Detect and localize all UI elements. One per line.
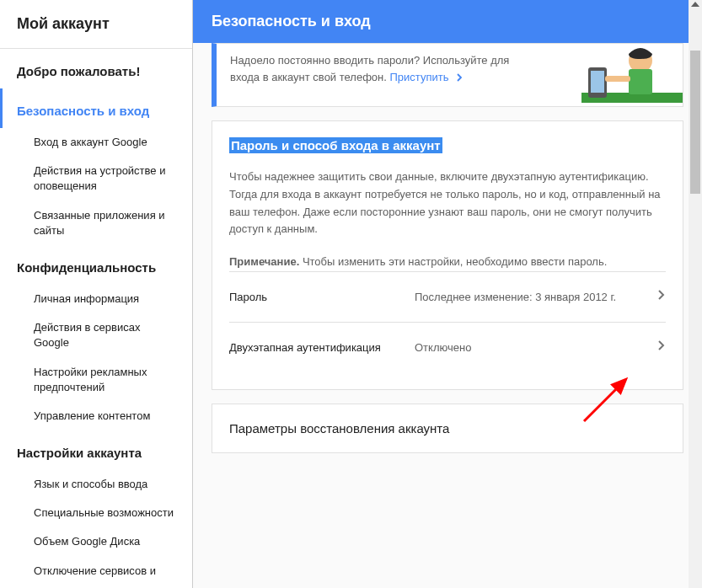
sidebar-item-language[interactable]: Язык и способы ввода (0, 470, 192, 499)
recovery-card: Параметры восстановления аккаунта (212, 404, 683, 453)
sidebar-item-accessibility[interactable]: Специальные возможности (0, 499, 192, 527)
card-title: Пароль и способ входа в аккаунт (229, 137, 442, 153)
recovery-title: Параметры восстановления аккаунта (229, 421, 666, 436)
chevron-right-icon (457, 73, 464, 82)
scrollbar-thumb[interactable] (690, 51, 700, 194)
card-note-text: Чтобы изменить эти настройки, необходимо… (299, 255, 607, 268)
sidebar-item-google-signin[interactable]: Вход в аккаунт Google (0, 128, 192, 157)
scrollbar[interactable] (689, 0, 702, 588)
sidebar-title: Мой аккаунт (0, 0, 192, 49)
setting-label-2fa: Двухэтапная аутентификация (229, 341, 415, 354)
sidebar: Мой аккаунт Добро пожаловать! Безопаснос… (0, 0, 193, 588)
sidebar-item-content-control[interactable]: Управление контентом (0, 402, 192, 430)
setting-row-password[interactable]: Пароль Последнее изменение: 3 января 201… (229, 271, 666, 322)
setting-label-password: Пароль (229, 291, 415, 303)
sidebar-section-account: Настройки аккаунта Язык и способы ввода … (0, 430, 192, 585)
svg-rect-2 (629, 69, 652, 94)
setting-value-2fa: Отключено (415, 341, 666, 354)
setting-row-2fa[interactable]: Двухэтапная аутентификация Отключено (229, 322, 666, 372)
sidebar-item-personal-info[interactable]: Личная информация (0, 285, 192, 313)
sidebar-item-connected-apps[interactable]: Связанные приложения и сайты (0, 201, 192, 245)
sidebar-item-google-activity[interactable]: Действия в сервисах Google (0, 313, 192, 357)
sidebar-heading-security[interactable]: Безопасность и вход (0, 88, 192, 128)
sidebar-item-device-activity[interactable]: Действия на устройстве и оповещения (0, 157, 192, 200)
sidebar-section-privacy: Конфиденциальность Личная информация Дей… (0, 245, 192, 430)
promo-link[interactable]: Приступить (389, 71, 448, 83)
main-content-area: Безопасность и вход Надоело постоянно вв… (193, 0, 702, 588)
setting-value-password: Последнее изменение: 3 января 2012 г. (415, 291, 666, 303)
chevron-right-icon (657, 289, 666, 304)
card-note-label: Примечание. (229, 255, 299, 268)
password-signin-card: Пароль и способ входа в аккаунт Чтобы на… (212, 120, 683, 390)
promo-illustration (581, 44, 683, 106)
scroll-up-icon[interactable] (691, 2, 699, 7)
sidebar-item-disable-services[interactable]: Отключение сервисов и (0, 557, 192, 585)
promo-text-line1: Надоело постоянно вводить пароли? Исполь… (230, 54, 509, 67)
sidebar-item-drive-storage[interactable]: Объем Google Диска (0, 527, 192, 556)
sidebar-heading-account[interactable]: Настройки аккаунта (0, 430, 192, 470)
main-content: Надоело постоянно вводить пароли? Исполь… (193, 43, 702, 453)
sidebar-section-welcome: Добро пожаловать! (0, 49, 192, 88)
page-title: Безопасность и вход (193, 0, 702, 43)
promo-text-line2: входа в аккаунт свой телефон. (230, 71, 389, 83)
sidebar-section-security: Безопасность и вход Вход в аккаунт Googl… (0, 88, 192, 245)
card-description: Чтобы надежнее защитить свои данные, вкл… (229, 168, 666, 238)
svg-rect-4 (591, 71, 604, 93)
sidebar-heading-privacy[interactable]: Конфиденциальность (0, 245, 192, 285)
svg-rect-5 (605, 76, 630, 82)
sidebar-item-ad-settings[interactable]: Настройки рекламных предпочтений (0, 358, 192, 402)
chevron-right-icon (657, 339, 666, 355)
sidebar-heading-welcome[interactable]: Добро пожаловать! (0, 49, 192, 88)
card-note: Примечание. Чтобы изменить эти настройки… (229, 254, 666, 271)
promo-text: Надоело постоянно вводить пароли? Исполь… (217, 44, 581, 106)
promo-card: Надоело постоянно вводить пароли? Исполь… (212, 43, 683, 107)
